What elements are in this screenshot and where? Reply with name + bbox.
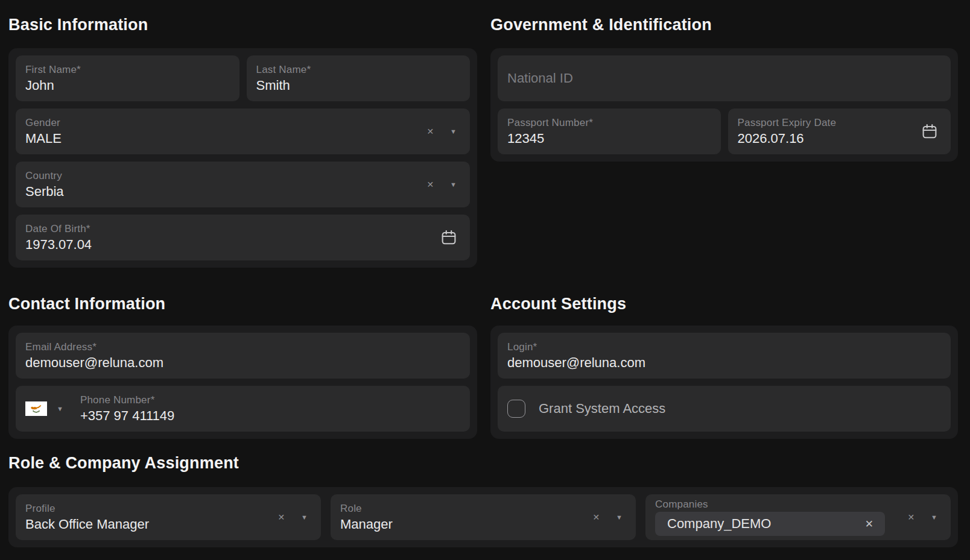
user-form-page: Basic Information Government & Identific… <box>0 0 970 547</box>
country-select[interactable]: Country Serbia ✕ ▼ <box>16 162 470 207</box>
gender-value: MALE <box>25 131 419 146</box>
passport-number-label: Passport Number* <box>507 117 711 128</box>
calendar-icon[interactable] <box>921 122 939 140</box>
cyprus-flag-icon <box>25 401 47 416</box>
gender-select[interactable]: Gender MALE ✕ ▼ <box>16 109 470 154</box>
profile-label: Profile <box>25 503 270 514</box>
email-value: demouser@reluna.com <box>25 355 460 370</box>
grant-system-access-checkbox[interactable] <box>507 400 525 418</box>
company-chip: Company_DEMO ✕ <box>655 512 885 536</box>
gender-label: Gender <box>25 117 419 128</box>
clear-icon[interactable]: ✕ <box>907 513 915 521</box>
email-field[interactable]: Email Address* demouser@reluna.com <box>16 333 470 379</box>
role-company-title: Role & Company Assignment <box>8 453 958 473</box>
clear-icon[interactable]: ✕ <box>426 180 434 189</box>
role-company-section: Role & Company Assignment Profile Back O… <box>8 453 958 547</box>
last-name-value: Smith <box>256 78 461 93</box>
role-select[interactable]: Role Manager ✕ ▼ <box>331 494 636 540</box>
company-chip-text: Company_DEMO <box>667 516 771 532</box>
clear-icon[interactable]: ✕ <box>592 513 600 521</box>
country-label: Country <box>25 170 419 181</box>
date-of-birth-value: 1973.07.04 <box>25 237 440 252</box>
chevron-down-icon: ▼ <box>57 405 63 412</box>
contact-information-title: Contact Information <box>8 294 477 313</box>
phone-field[interactable]: ▼ Phone Number* +357 97 411149 <box>16 386 470 432</box>
first-name-value: John <box>25 78 230 93</box>
last-name-label: Last Name* <box>256 64 461 75</box>
government-identification-card: National ID Passport Number* 12345 Passp… <box>490 48 958 162</box>
account-settings-title: Account Settings <box>490 294 958 313</box>
passport-number-value: 12345 <box>507 131 711 146</box>
name-fields-row: First Name* John Last Name* Smith <box>16 55 470 101</box>
chip-remove-icon[interactable]: ✕ <box>865 519 873 529</box>
account-settings-card: Login* demouser@reluna.com Grant System … <box>490 326 958 439</box>
basic-information-card: First Name* John Last Name* Smith Gender… <box>8 48 477 268</box>
national-id-field[interactable]: National ID <box>498 55 951 101</box>
profile-value: Back Office Manager <box>25 517 270 532</box>
last-name-field[interactable]: Last Name* Smith <box>247 55 471 101</box>
chevron-down-icon[interactable]: ▼ <box>616 514 623 521</box>
phone-label: Phone Number* <box>80 394 460 406</box>
companies-label: Companies <box>655 499 900 510</box>
chevron-down-icon[interactable]: ▼ <box>450 128 457 135</box>
national-id-placeholder: National ID <box>507 71 573 86</box>
top-sections-row: Basic Information Government & Identific… <box>8 15 958 268</box>
grant-system-access-row[interactable]: Grant System Access <box>498 386 951 432</box>
phone-country-select[interactable]: ▼ <box>25 401 63 416</box>
country-value: Serbia <box>25 184 419 199</box>
middle-sections-row: Contact Information Account Settings Ema… <box>8 294 958 439</box>
date-of-birth-label: Date Of Birth* <box>25 223 440 234</box>
chevron-down-icon[interactable]: ▼ <box>450 181 457 188</box>
role-value: Manager <box>340 517 585 532</box>
login-value: demouser@reluna.com <box>507 355 941 370</box>
role-label: Role <box>340 503 585 514</box>
passport-expiry-value: 2026.07.16 <box>738 131 921 146</box>
email-label: Email Address* <box>25 341 460 353</box>
calendar-icon[interactable] <box>440 228 458 247</box>
clear-icon[interactable]: ✕ <box>426 127 434 136</box>
passport-expiry-field[interactable]: Passport Expiry Date 2026.07.16 <box>728 109 951 154</box>
passport-number-field[interactable]: Passport Number* 12345 <box>498 109 721 154</box>
first-name-label: First Name* <box>25 64 230 75</box>
first-name-field[interactable]: First Name* John <box>16 55 239 101</box>
profile-select[interactable]: Profile Back Office Manager ✕ ▼ <box>16 494 321 540</box>
role-company-card: Profile Back Office Manager ✕ ▼ Role Man… <box>8 487 958 547</box>
grant-system-access-label: Grant System Access <box>539 401 665 417</box>
login-label: Login* <box>507 341 941 353</box>
login-field[interactable]: Login* demouser@reluna.com <box>498 333 951 379</box>
clear-icon[interactable]: ✕ <box>277 513 285 521</box>
chevron-down-icon[interactable]: ▼ <box>931 514 937 521</box>
passport-fields-row: Passport Number* 12345 Passport Expiry D… <box>498 109 951 154</box>
date-of-birth-field[interactable]: Date Of Birth* 1973.07.04 <box>16 215 470 260</box>
companies-select[interactable]: Companies Company_DEMO ✕ ✕ ▼ <box>645 494 951 540</box>
passport-expiry-label: Passport Expiry Date <box>738 117 921 128</box>
phone-value: +357 97 411149 <box>80 408 460 423</box>
contact-information-card: Email Address* demouser@reluna.com <box>8 326 477 439</box>
chevron-down-icon[interactable]: ▼ <box>301 514 308 521</box>
government-identification-title: Government & Identification <box>490 15 958 34</box>
basic-information-title: Basic Information <box>8 15 477 34</box>
